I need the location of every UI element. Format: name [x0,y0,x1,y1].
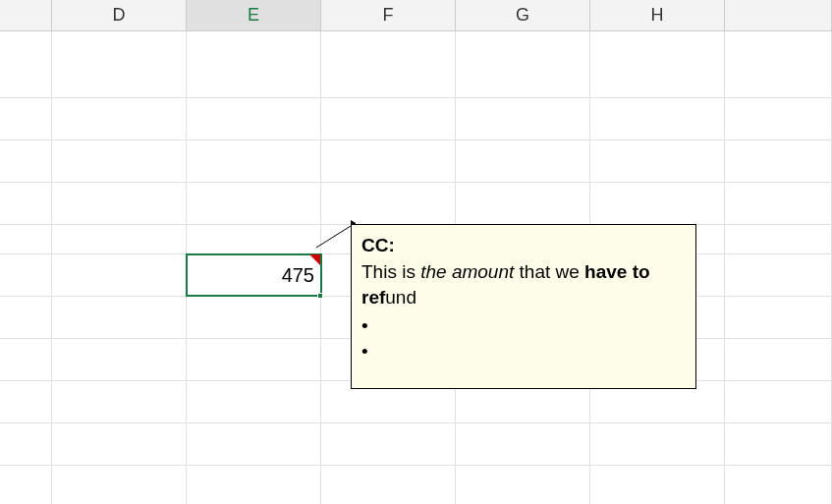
cell[interactable] [590,98,725,140]
cell[interactable] [0,140,52,182]
cell[interactable] [321,31,456,97]
cell[interactable] [456,98,590,140]
cell[interactable] [52,297,187,338]
cell[interactable] [321,466,456,504]
cell[interactable] [52,98,187,140]
fill-handle[interactable] [317,293,323,299]
cell[interactable] [52,31,187,97]
col-header-e[interactable]: E [187,0,321,30]
cell[interactable] [0,225,52,253]
cell[interactable] [0,466,52,504]
cell[interactable] [52,339,187,380]
grid-row [0,466,832,504]
cell[interactable] [0,183,52,224]
cell[interactable] [590,466,725,504]
cell[interactable] [725,423,832,465]
cell[interactable] [52,225,187,253]
grid-row [0,140,832,183]
cell[interactable] [456,183,590,224]
grid-row [0,423,832,466]
cell[interactable] [321,423,456,465]
cell[interactable] [590,183,725,224]
comment-bullets: • • [361,313,686,365]
cell[interactable] [590,31,725,97]
cell[interactable] [187,297,321,338]
cell[interactable] [725,381,832,422]
cell[interactable] [187,423,321,465]
svg-line-0 [316,226,351,248]
cell[interactable] [456,31,590,97]
cell[interactable] [187,339,321,380]
cell[interactable] [187,381,321,422]
cell[interactable] [725,339,832,380]
column-headers: D E F G H [0,0,832,31]
col-header-d[interactable]: D [52,0,187,30]
cell[interactable] [321,98,456,140]
comment-author: CC: [361,235,395,255]
grid-row [0,183,832,225]
cell[interactable] [52,140,187,182]
comment-leader-line [316,218,356,257]
cell[interactable] [725,31,832,97]
cell[interactable] [725,466,832,504]
cell[interactable] [456,140,590,182]
spreadsheet-grid: D E F G H [0,0,832,504]
cell[interactable] [52,183,187,224]
comment-text: CC: This is the amount that we have to r… [361,233,686,311]
grid-row [0,31,832,98]
cell[interactable] [0,423,52,465]
cell[interactable] [0,381,52,422]
cell[interactable] [187,225,321,253]
active-cell[interactable]: 475 [187,254,321,296]
cell-value: 475 [282,264,314,287]
comment-text-part: This is [361,261,420,282]
cell[interactable] [590,423,725,465]
cell[interactable] [725,183,832,224]
bullet-icon: • [361,313,686,340]
cell[interactable] [0,254,52,296]
col-header-f[interactable]: F [321,0,456,30]
cell[interactable] [725,98,832,140]
cell[interactable] [456,423,590,465]
cell[interactable] [0,297,52,338]
cell[interactable] [725,297,832,338]
cell[interactable] [321,140,456,182]
cell[interactable] [0,339,52,380]
cell[interactable] [725,140,832,182]
col-header-rest[interactable] [725,0,832,30]
cell[interactable] [725,225,832,253]
cell[interactable] [187,140,321,182]
cell[interactable] [187,183,321,224]
cell[interactable] [590,140,725,182]
cell[interactable] [0,98,52,140]
cell[interactable] [725,254,832,296]
comment-text-italic: the amount [420,261,514,282]
cell[interactable] [52,381,187,422]
cell[interactable] [52,466,187,504]
cell[interactable] [187,466,321,504]
col-header-g[interactable]: G [456,0,590,30]
grid-row [0,98,832,140]
cell[interactable] [456,466,590,504]
cell[interactable] [52,254,187,296]
cell[interactable] [52,423,187,465]
col-header-h[interactable]: H [590,0,725,30]
cell[interactable] [187,98,321,140]
cell[interactable] [187,31,321,97]
comment-text-part: that we [514,261,584,282]
col-header-stub[interactable] [0,0,52,30]
cell[interactable] [0,31,52,97]
bullet-icon: • [361,339,686,365]
comment-box[interactable]: CC: This is the amount that we have to r… [351,224,696,389]
comment-text-part: und [385,287,416,308]
